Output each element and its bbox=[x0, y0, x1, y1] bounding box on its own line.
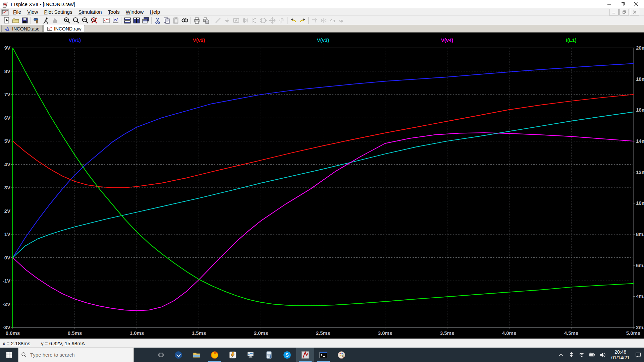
task-view-button[interactable] bbox=[153, 348, 169, 362]
label-net-button bbox=[231, 16, 240, 24]
search-input[interactable] bbox=[30, 352, 121, 358]
restore-button[interactable] bbox=[616, 0, 629, 8]
zoom-back-button[interactable] bbox=[71, 16, 80, 24]
legend-label-v(v2)[interactable]: V(v2) bbox=[193, 37, 205, 43]
taskbar-clock[interactable]: 20:48 01/14/21 bbox=[609, 349, 632, 361]
move-button bbox=[268, 16, 277, 24]
file-explorer-icon bbox=[192, 351, 201, 359]
menu-item-file[interactable]: File bbox=[10, 8, 24, 15]
run-button[interactable] bbox=[2, 16, 11, 24]
control-panel-button[interactable] bbox=[32, 16, 41, 24]
y-right-tick-label: 16mA bbox=[636, 107, 644, 113]
taskbar-search-box[interactable] bbox=[18, 348, 134, 362]
open-button[interactable] bbox=[11, 16, 20, 24]
y-left-tick-label: 7V bbox=[4, 92, 10, 97]
search-icon bbox=[21, 352, 27, 358]
legend-label-v(v1)[interactable]: V(v1) bbox=[69, 37, 81, 43]
tile-horizontal-button[interactable] bbox=[132, 16, 141, 24]
clock-date: 01/14/21 bbox=[611, 355, 630, 361]
dropbox-icon[interactable] bbox=[568, 351, 575, 359]
x-tick-label: 5.0ms bbox=[626, 330, 641, 336]
legend-label-v(v4)[interactable]: V(v4) bbox=[441, 37, 453, 43]
taskbar-app-firefox[interactable] bbox=[206, 348, 224, 362]
rotate-button bbox=[310, 16, 319, 24]
taskbar-app-thunderbird[interactable] bbox=[169, 348, 187, 362]
taskbar-app-paint[interactable] bbox=[332, 348, 351, 362]
terminal-icon bbox=[319, 351, 328, 359]
wifi-icon[interactable] bbox=[578, 351, 586, 359]
copy-button[interactable] bbox=[162, 16, 171, 24]
print-button[interactable] bbox=[192, 16, 201, 24]
wire-button bbox=[213, 16, 222, 24]
plot-canvas[interactable]: 0.0ms0.5ms1.0ms1.5ms2.0ms2.5ms3.0ms3.5ms… bbox=[0, 33, 644, 339]
drag-button bbox=[277, 16, 286, 24]
toolbar-separator bbox=[212, 17, 212, 24]
taskbar-app-winamp[interactable] bbox=[224, 348, 242, 362]
minimize-button[interactable] bbox=[602, 0, 616, 8]
zoom-out-button[interactable] bbox=[80, 16, 90, 24]
mdi-minimize-button[interactable] bbox=[609, 9, 619, 15]
menu-item-help[interactable]: Help bbox=[147, 8, 163, 15]
run-man-button[interactable] bbox=[41, 16, 50, 24]
cascade-button[interactable] bbox=[141, 16, 150, 24]
schematic-icon bbox=[5, 26, 10, 31]
tile-vertical-button[interactable] bbox=[123, 16, 132, 24]
legend-label-v(v3)[interactable]: V(v3) bbox=[317, 37, 329, 43]
toolbar-separator bbox=[191, 17, 191, 24]
status-bar: x = 2.188ms y = 6.32V, 15.98mA bbox=[0, 339, 644, 348]
svg-text:Aa: Aa bbox=[329, 18, 335, 23]
close-button[interactable] bbox=[629, 0, 643, 8]
mdi-close-button[interactable] bbox=[630, 9, 639, 15]
y-left-tick-label: 4V bbox=[4, 162, 10, 167]
plot-settings-button[interactable] bbox=[102, 16, 111, 24]
save-button[interactable] bbox=[20, 16, 29, 24]
x-tick-label: 0.5ms bbox=[68, 330, 82, 336]
clock-time: 20:48 bbox=[611, 349, 630, 355]
start-button[interactable] bbox=[0, 348, 18, 362]
y-left-tick-label: 2V bbox=[4, 208, 10, 214]
undo-button[interactable] bbox=[289, 16, 298, 24]
zoom-area-button[interactable] bbox=[62, 16, 71, 24]
taskbar-app-file-explorer[interactable] bbox=[187, 348, 206, 362]
battery-icon[interactable] bbox=[589, 351, 596, 359]
mdi-restore-button[interactable] bbox=[620, 9, 629, 15]
halt-button bbox=[50, 16, 59, 24]
x-tick-label: 3.0ms bbox=[378, 330, 392, 336]
svg-text:S: S bbox=[285, 352, 288, 358]
menu-item-simulation[interactable]: Simulation bbox=[75, 8, 105, 15]
toolbar-separator bbox=[100, 17, 100, 24]
print-preview-button[interactable] bbox=[201, 16, 210, 24]
taskbar-app-ltspice[interactable] bbox=[296, 348, 314, 362]
waveform-plot[interactable]: 0.0ms0.5ms1.0ms1.5ms2.0ms2.5ms3.0ms3.5ms… bbox=[0, 33, 644, 339]
toolbar-separator bbox=[31, 17, 31, 24]
toolbar: Aa.op bbox=[0, 16, 644, 25]
autorange-button[interactable] bbox=[111, 16, 120, 24]
x-tick-label: 2.0ms bbox=[254, 330, 268, 336]
x-tick-label: 4.5ms bbox=[564, 330, 579, 336]
find-button[interactable] bbox=[180, 16, 189, 24]
menu-bar: FileViewPlot SettingsSimulationToolsWind… bbox=[0, 8, 644, 16]
y-right-tick-label: 4mA bbox=[636, 293, 644, 299]
chevron-up-icon[interactable] bbox=[557, 351, 565, 359]
redo-button[interactable] bbox=[298, 16, 307, 24]
legend-label-i(l1)[interactable]: I(L1) bbox=[566, 37, 577, 43]
menu-item-view[interactable]: View bbox=[24, 8, 41, 15]
menu-item-plot-settings[interactable]: Plot Settings bbox=[41, 8, 75, 15]
taskbar: S 20:48 01/14/21 bbox=[0, 348, 644, 362]
menu-item-tools[interactable]: Tools bbox=[105, 8, 123, 15]
firefox-icon bbox=[210, 351, 219, 359]
taskbar-app-skype[interactable]: S bbox=[278, 348, 296, 362]
tab-incond.asc[interactable]: INCOND.asc bbox=[1, 25, 43, 32]
zoom-extents-button[interactable] bbox=[90, 16, 99, 24]
volume-icon[interactable] bbox=[599, 351, 606, 359]
cursor-y-readout: y = 6.32V, 15.98mA bbox=[41, 341, 85, 346]
action-center-icon[interactable] bbox=[635, 351, 642, 359]
taskbar-app-scope[interactable] bbox=[242, 348, 260, 362]
cut-button[interactable] bbox=[153, 16, 162, 24]
taskbar-app-calculator[interactable] bbox=[260, 348, 278, 362]
menu-item-window[interactable]: Window bbox=[123, 8, 147, 15]
taskbar-app-terminal[interactable] bbox=[314, 348, 332, 362]
calculator-icon bbox=[265, 351, 273, 359]
tab-incond.raw[interactable]: INCOND.raw bbox=[43, 25, 85, 32]
child-window-icon[interactable] bbox=[1, 9, 9, 15]
